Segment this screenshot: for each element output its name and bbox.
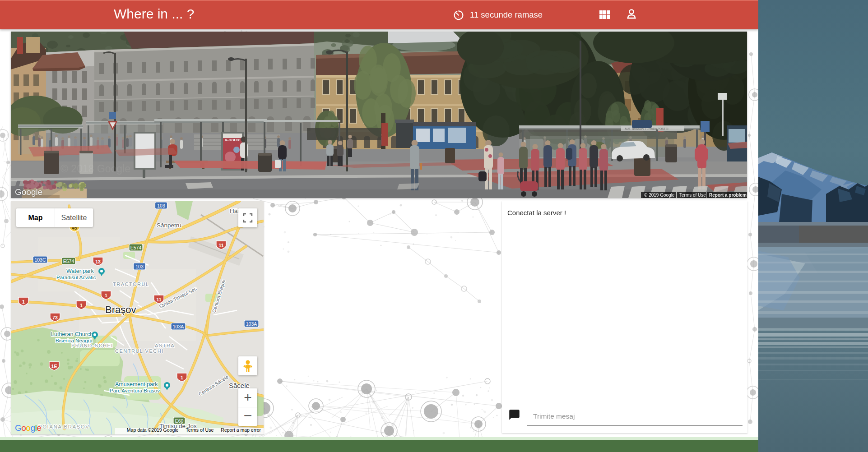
svg-text:Braşov: Braşov: [105, 304, 136, 315]
svg-text:K-DOUR!: K-DOUR!: [225, 138, 241, 142]
svg-text:1E: 1E: [51, 364, 57, 369]
svg-text:1: 1: [22, 299, 25, 304]
svg-text:© 2018 Google: © 2018 Google: [60, 163, 130, 175]
svg-text:11: 11: [156, 297, 161, 302]
svg-text:Water park: Water park: [66, 268, 94, 274]
svg-text:© 2019 Google: © 2019 Google: [644, 193, 675, 198]
svg-text:E574: E574: [63, 258, 74, 264]
svg-text:Terms of Use: Terms of Use: [679, 193, 706, 198]
svg-text:1: 1: [105, 293, 107, 298]
svg-text:103: 103: [157, 203, 165, 208]
svg-text:TRACTORUL: TRACTORUL: [113, 281, 149, 287]
svg-text:103A: 103A: [246, 321, 257, 327]
svg-text:1: 1: [181, 375, 183, 380]
svg-text:Centura Braşov: Centura Braşov: [211, 279, 226, 314]
svg-text:1: 1: [80, 303, 83, 308]
svg-text:Centura Săcele: Centura Săcele: [198, 374, 230, 397]
svg-text:103C: 103C: [34, 257, 46, 263]
svg-text:E574: E574: [130, 245, 142, 250]
svg-text:PRUND-SCHEI: PRUND-SCHEI: [71, 343, 113, 348]
svg-text:Parc Aventura Brasov: Parc Aventura Brasov: [110, 388, 160, 393]
svg-text:13: 13: [95, 259, 101, 264]
svg-text:Biserica Neagră: Biserica Neagră: [56, 338, 93, 343]
svg-text:Paradisul Acvatic: Paradisul Acvatic: [56, 275, 96, 280]
svg-text:Report a problem: Report a problem: [709, 193, 747, 198]
svg-text:Lutheran Church: Lutheran Church: [51, 331, 93, 337]
svg-text:103: 103: [135, 264, 144, 269]
svg-text:ASTRA: ASTRA: [155, 343, 175, 348]
svg-text:Sânpetru: Sânpetru: [157, 222, 181, 229]
svg-text:103A: 103A: [173, 324, 184, 329]
svg-text:11: 11: [218, 243, 223, 248]
svg-text:73: 73: [52, 315, 58, 320]
svg-text:Google: Google: [15, 187, 42, 197]
svg-text:POIANA BRAŞOV: POIANA BRAŞOV: [38, 424, 89, 429]
svg-text:CENTRUL VECHI: CENTRUL VECHI: [115, 348, 164, 354]
svg-text:Amusement park: Amusement park: [115, 381, 158, 387]
